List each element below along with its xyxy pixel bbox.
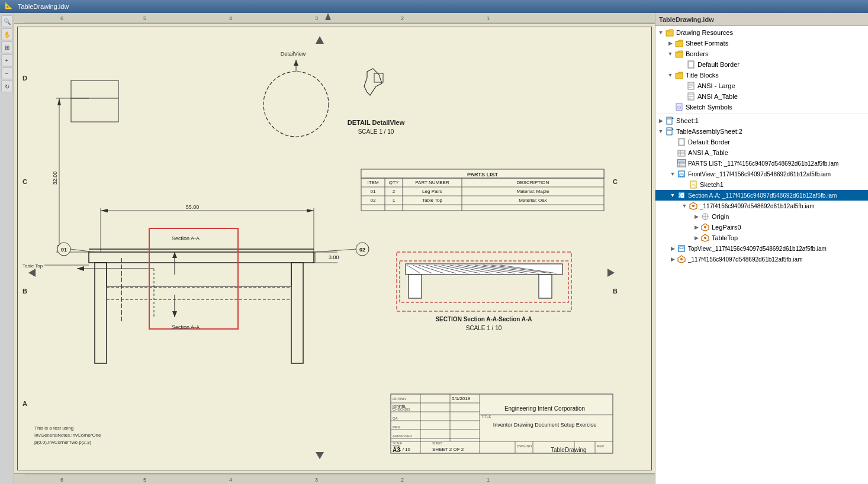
svg-text:4: 4 — [229, 15, 232, 21]
divider — [655, 114, 868, 114]
tree-item-parts-list[interactable]: PARTS LIST: _117f4156c94097d548692d61b12… — [655, 158, 868, 169]
tree-item-borders[interactable]: ▼ Borders — [655, 49, 868, 59]
tree-item-drawing-resources[interactable]: ▼ Drawing Resources — [655, 27, 868, 38]
sheet1-icon — [665, 116, 674, 125]
toggle-tableassembly[interactable]: ▼ — [657, 127, 665, 135]
label-sketch1: Sketch1 — [700, 181, 724, 188]
label-section-aa: Section A-A: _117f4156c94097d548692d61b1… — [688, 192, 837, 199]
tree-item-legpairs[interactable]: ▶ LegPairs0 — [655, 222, 868, 233]
svg-rect-165 — [688, 61, 694, 68]
svg-rect-60 — [71, 80, 118, 122]
svg-text:32.00: 32.00 — [52, 172, 58, 185]
label-topview: TopView:_117f4156c94097d548692d61b12af5f… — [688, 246, 827, 252]
tree-item-tabletop[interactable]: ▶ TableTop — [655, 233, 868, 243]
tree-item-section-aa[interactable]: ▼ AA Section A-A: _117f4156c94097d548692… — [655, 190, 868, 201]
tree-item-origin[interactable]: ▶ Origin — [655, 211, 868, 222]
tree-item-sketch-symbols[interactable]: ⬡ Sketch Symbols — [655, 102, 868, 112]
toggle-origin[interactable]: ▶ — [692, 212, 700, 221]
tree-item-sketch1[interactable]: Sketch1 — [655, 179, 868, 190]
svg-text:C: C — [22, 178, 27, 185]
toggle-section-aa[interactable]: ▼ — [668, 191, 677, 199]
title-doc-icon-2 — [686, 92, 696, 101]
ruler-top: 6 5 4 3 2 1 — [14, 13, 655, 24]
svg-marker-87 — [172, 252, 177, 258]
label-drawing-resources: Drawing Resources — [676, 29, 733, 36]
toggle-sheet-formats[interactable]: ▶ — [666, 39, 674, 47]
tree-item-asm-ref[interactable]: ▼ _117f4156c94097d548692d61b12af5fb.iam — [655, 201, 868, 211]
svg-text:5/1/2019: 5/1/2019 — [452, 396, 471, 401]
tree-item-frontview[interactable]: ▼ FrontView:_117f4156c94097d548692d61b12… — [655, 169, 868, 179]
svg-rect-180 — [667, 118, 671, 119]
toggle-borders[interactable]: ▼ — [666, 50, 674, 58]
app-title: TableDrawing.idw — [18, 3, 69, 10]
svg-rect-181 — [667, 120, 671, 120]
title-doc-icon — [686, 81, 696, 91]
tree-item-ansi-a-table[interactable]: ANSI A_Table — [655, 91, 868, 102]
svg-rect-20 — [95, 263, 107, 363]
tabletop-icon — [700, 233, 710, 243]
toggle-legpairs[interactable]: ▶ — [692, 223, 700, 231]
svg-text:2: 2 — [401, 15, 404, 21]
tree-item-default-border-2[interactable]: Default Border — [655, 137, 868, 147]
zoom-out-btn[interactable]: − — [1, 67, 13, 79]
rotate-btn[interactable]: ↻ — [1, 80, 13, 92]
svg-point-56 — [263, 72, 329, 137]
svg-rect-167 — [676, 73, 683, 79]
tree-item-title-blocks[interactable]: ▼ Title Blocks — [655, 70, 868, 80]
tree-item-sheet-formats[interactable]: ▶ Sheet Formats — [655, 38, 868, 49]
svg-rect-162 — [666, 31, 673, 36]
label-parts-list: PARTS LIST: _117f4156c94097d548692d61b12… — [688, 160, 838, 167]
svg-text:SCALE 1 / 10: SCALE 1 / 10 — [466, 325, 502, 331]
svg-marker-115 — [607, 269, 615, 277]
zoom-btn[interactable]: 🔍 — [1, 15, 13, 27]
tree-item-topview[interactable]: ▶ TopView:_117f4156c94097d548692d61b12af… — [655, 243, 868, 254]
toggle-tabletop[interactable]: ▶ — [692, 234, 700, 242]
svg-text:2: 2 — [401, 477, 404, 483]
svg-rect-85 — [149, 228, 238, 329]
label-ansi-large: ANSI - Large — [697, 82, 735, 89]
svg-text:QTY: QTY — [389, 180, 399, 185]
tree-item-tableassembly[interactable]: ▼ TableAssemblySheet:2 — [655, 126, 868, 137]
svg-text:5: 5 — [143, 15, 146, 21]
svg-text:SHEET 2 OF 2: SHEET 2 OF 2 — [432, 447, 464, 452]
toggle-asm-ref2[interactable]: ▶ — [668, 255, 677, 263]
tree-item-ansi-large[interactable]: ANSI - Large — [655, 80, 868, 91]
left-toolbar: 🔍 ✋ ⊞ + − ↻ — [0, 13, 14, 484]
toggle-frontview[interactable]: ▼ — [668, 170, 677, 178]
svg-text:Material: Maple: Material: Maple — [517, 189, 549, 194]
label-sketch-symbols: Sketch Symbols — [686, 104, 732, 111]
toggle-asm-ref[interactable]: ▼ — [680, 202, 689, 210]
svg-text:01: 01 — [371, 189, 376, 194]
toggle-sheet1[interactable]: ▶ — [657, 117, 665, 125]
topview-icon — [677, 244, 686, 253]
pan-btn[interactable]: ✋ — [1, 28, 13, 40]
model-tree[interactable]: ▼ Drawing Resources ▶ Sheet Formats ▼ — [655, 26, 868, 484]
toggle-topview[interactable]: ▶ — [668, 244, 677, 253]
svg-text:Inventor Drawing Document Setu: Inventor Drawing Document Setup Exercise — [493, 422, 597, 428]
parts-list-icon — [677, 159, 686, 168]
tree-item-sheet1[interactable]: ▶ Sheet:1 — [655, 115, 868, 126]
zoom-in-btn[interactable]: + — [1, 54, 13, 66]
label-title-blocks: Title Blocks — [686, 72, 719, 79]
svg-text:⬡: ⬡ — [677, 105, 681, 109]
tree-item-ansi-a-table-2[interactable]: ANSI A_Table — [655, 147, 868, 158]
tree-item-asm-ref2[interactable]: ▶ _117f4156c94097d548692d61b12af5fb.iam — [655, 254, 868, 264]
svg-marker-45 — [77, 266, 84, 271]
toggle-drawing-resources[interactable]: ▼ — [657, 28, 665, 37]
label-sheet1: Sheet:1 — [676, 117, 699, 124]
svg-marker-114 — [28, 269, 36, 277]
svg-text:D: D — [22, 75, 27, 82]
fit-btn[interactable]: ⊞ — [1, 41, 13, 53]
toggle-title-blocks[interactable]: ▼ — [666, 71, 674, 79]
svg-text:1: 1 — [393, 198, 396, 203]
svg-text:B: B — [613, 288, 618, 295]
label-default-border: Default Border — [697, 61, 740, 68]
tree-item-default-border[interactable]: Default Border — [655, 59, 868, 70]
svg-text:Table Top: Table Top — [22, 263, 43, 269]
svg-text:Table Top: Table Top — [422, 198, 443, 203]
svg-point-210 — [704, 226, 706, 228]
svg-text:2: 2 — [393, 189, 396, 194]
drawing-canvas[interactable]: D C B A C B — [14, 24, 655, 473]
svg-rect-193 — [677, 160, 686, 162]
right-panel: TableDrawing.idw ▼ Drawing Resources ▶ S… — [655, 13, 868, 484]
